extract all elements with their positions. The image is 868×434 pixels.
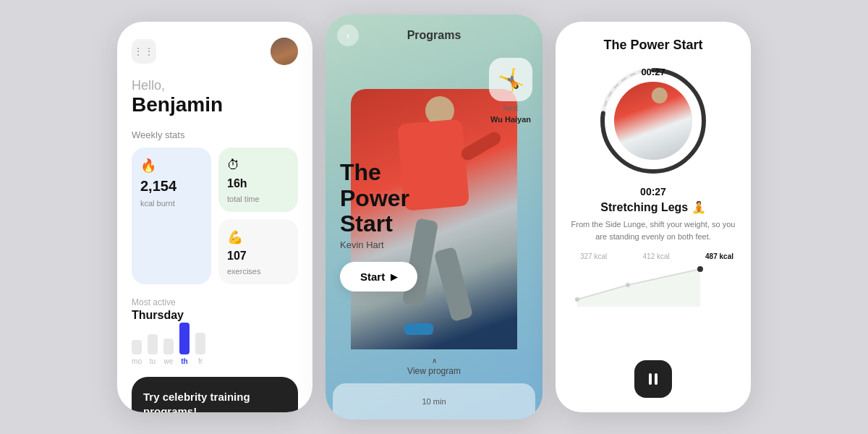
bar-fr-label: fr (198, 357, 203, 365)
user-name: Benjamin (132, 93, 298, 116)
active-day: Thursday (132, 309, 298, 322)
bar-tu: tu (148, 334, 158, 365)
menu-icon[interactable]: ⋮⋮ (132, 39, 156, 64)
cal-dot-1 (575, 297, 579, 302)
muscle-icon: 💪 (227, 229, 289, 245)
bottom-preview: 10 min (333, 383, 535, 420)
bar-th-label: th (181, 357, 187, 365)
exercises-label: exercises (227, 267, 289, 276)
timer-above: 00:27 (570, 186, 736, 197)
thumb-head (652, 88, 668, 103)
promo-card: Try celebrity training programs! Skip Ac… (132, 377, 298, 412)
promo-title: Try celebrity training programs! (143, 390, 286, 412)
workout-title: The Power Start (570, 38, 736, 53)
bar-mo-fill (132, 340, 142, 354)
avatar[interactable] (271, 38, 298, 65)
next-label: Next (503, 104, 519, 112)
bar-we-label: we (164, 357, 174, 365)
cal-chart-labels-top: 327 kcal 412 kcal 487 kcal (570, 252, 736, 263)
chevron-up-icon: ∧ (432, 357, 437, 365)
program-author: Kevin Hart (340, 239, 417, 250)
active-section: Most active Thursday mo tu we th fr (132, 297, 298, 365)
bar-mo-label: mo (132, 357, 142, 365)
programs-card: ‹ Programs 🤸 Next Wu Haiyan (326, 14, 542, 420)
bar-th-fill (179, 323, 190, 354)
cal-dot-3 (697, 266, 703, 272)
cal-dot-2 (626, 283, 630, 287)
next-thumbnail: 🤸 (489, 58, 532, 101)
exercise-title: Stretching Legs 🧘 (570, 200, 736, 214)
program-info: The Power Start Kevin Hart Start ▶ (340, 160, 417, 292)
time-value: 16h (227, 177, 247, 190)
next-section: 🤸 Next Wu Haiyan (489, 58, 532, 124)
exercise-description: From the Side Lunge, shift your weight, … (570, 218, 736, 242)
kcal-value: 2,154 (140, 178, 203, 195)
dashboard-card: ⋮⋮ Hello, Benjamin Weekly stats 🔥 2,154 … (117, 22, 312, 412)
next-name: Wu Haiyan (490, 115, 531, 124)
time-stat-box: ⏱ 16h total time (218, 148, 298, 212)
next-athlete-icon: 🤸 (498, 67, 524, 93)
exercise-thumbnail (614, 82, 692, 160)
cal-label-3: 487 kcal (705, 252, 733, 260)
play-icon: ▶ (391, 272, 397, 282)
bar-chart: mo tu we th fr (132, 329, 298, 365)
view-program-section[interactable]: ∧ View program (326, 349, 542, 383)
cal-label-2: 412 kcal (643, 252, 670, 260)
athlete-shoe1 (404, 323, 433, 335)
start-button[interactable]: Start ▶ (340, 262, 417, 292)
exercise-athlete (614, 82, 692, 160)
workout-card: The Power Start 00:27 00:27 Stretching L… (556, 22, 751, 412)
programs-header: ‹ Programs (326, 14, 542, 42)
athlete-arm (459, 129, 503, 163)
pause-bar-1 (649, 373, 652, 385)
cal-label-1: 327 kcal (580, 252, 607, 260)
bar-tu-fill (148, 334, 158, 354)
fire-icon: 🔥 (140, 158, 203, 174)
athlete-leg2 (433, 247, 473, 322)
time-label: total time (227, 195, 289, 203)
bar-mo: mo (132, 340, 142, 365)
view-program-label: View program (407, 366, 461, 376)
pause-button[interactable] (634, 360, 672, 398)
timer-circle: 00:27 (595, 63, 711, 179)
pause-icon (649, 373, 658, 385)
bar-fr: fr (195, 333, 205, 365)
avatar-image (271, 38, 298, 65)
stats-grid: 🔥 2,154 kcal burnt ⏱ 16h total time 💪 10… (132, 148, 298, 284)
kcal-stat-box: 🔥 2,154 kcal burnt (132, 148, 211, 284)
active-label: Most active (132, 297, 298, 307)
timer-icon: ⏱ (227, 158, 289, 173)
weekly-stats-label: Weekly stats (132, 129, 298, 140)
greeting-text: Hello, (132, 78, 298, 93)
bar-we-fill (163, 339, 174, 354)
program-name: The Power Start (340, 160, 417, 237)
cal-svg (570, 263, 736, 307)
top-row: ⋮⋮ (132, 38, 298, 65)
calorie-chart: 327 kcal 412 kcal 487 kcal (570, 252, 736, 349)
bar-tu-label: tu (150, 357, 156, 365)
duration-label: 10 min (422, 397, 446, 406)
bar-th: th (179, 323, 190, 365)
cal-area (577, 269, 700, 307)
bar-fr-fill (195, 333, 205, 354)
kcal-label: kcal burnt (140, 199, 203, 208)
programs-title: Programs (407, 29, 461, 42)
start-label: Start (360, 271, 385, 283)
bar-we: we (163, 339, 174, 365)
exercises-stat-box: 💪 107 exercises (218, 219, 298, 284)
exercises-value: 107 (227, 250, 247, 263)
pause-bar-2 (655, 373, 658, 385)
timer-text: 00:27 (641, 67, 665, 77)
